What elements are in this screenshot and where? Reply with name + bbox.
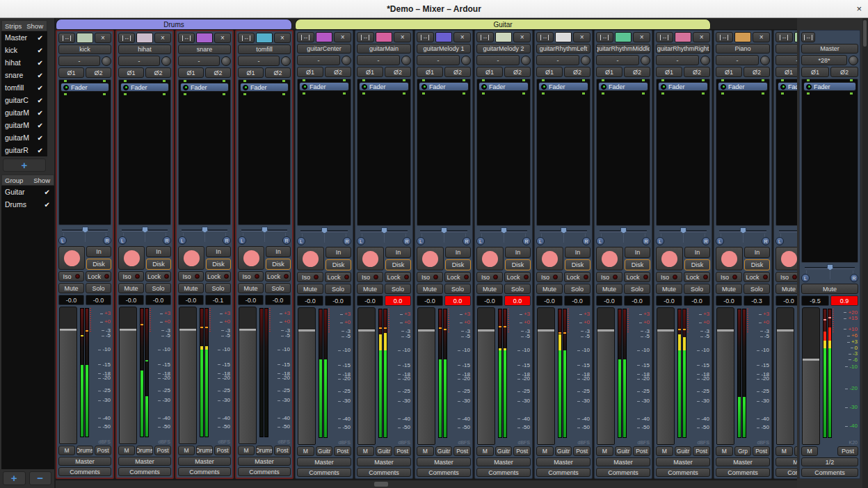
solo-lock-button[interactable]: Lock — [624, 272, 650, 282]
fader-processor[interactable]: Fader — [803, 82, 856, 91]
gain-fader[interactable] — [597, 307, 615, 445]
monitor-disk-button[interactable]: Disk — [445, 259, 471, 270]
solo-button[interactable]: Solo — [385, 284, 411, 294]
fader-handle[interactable] — [478, 330, 495, 332]
comments-button[interactable]: Comments — [716, 468, 770, 477]
phase-1-button[interactable]: Ø1 — [476, 67, 503, 77]
pan-track[interactable] — [775, 227, 797, 234]
fader-handle[interactable] — [298, 330, 315, 332]
gain-display[interactable]: -0.0 — [178, 295, 204, 305]
solo-lock-button[interactable]: Lock — [205, 271, 231, 282]
strip-close-button[interactable]: × — [95, 33, 111, 43]
strips-list-item[interactable]: guitarM✔ — [1, 119, 47, 131]
processor-box[interactable]: Fader — [801, 79, 858, 263]
pan-right-button[interactable]: R — [163, 236, 171, 245]
processor-active-led[interactable] — [362, 84, 367, 90]
pan-widget[interactable]: L R — [238, 227, 291, 245]
pan-right-button[interactable]: R — [103, 236, 111, 245]
output-button[interactable]: Master — [58, 457, 111, 466]
show-checkmark[interactable]: ✔ — [38, 147, 43, 154]
pan-right-button[interactable]: R — [582, 237, 590, 245]
fader-handle[interactable] — [777, 330, 794, 332]
pan-widget[interactable]: L R — [716, 227, 770, 245]
strip-name-button[interactable]: guitarRhythmMiddle — [596, 44, 650, 54]
mute-button[interactable]: Mute — [801, 284, 858, 294]
pan-left-button[interactable]: L — [656, 237, 664, 245]
processor-active-led[interactable] — [421, 84, 427, 90]
strip-color-swatch[interactable] — [376, 32, 393, 42]
mute-button[interactable]: Mute — [178, 283, 204, 293]
gain-display[interactable]: -9.5 — [801, 295, 829, 306]
meter-point-button[interactable]: Post — [693, 446, 710, 456]
monitor-input-button[interactable]: In — [385, 247, 411, 258]
peak-display[interactable]: 0.0 — [504, 295, 531, 306]
strip-name-button[interactable]: guitarRhythmRight — [656, 44, 710, 54]
trim-knob[interactable] — [221, 56, 231, 66]
pan-left-button[interactable]: L — [801, 274, 810, 282]
gain-fader[interactable] — [417, 307, 435, 445]
phase-2-button[interactable]: Ø2 — [504, 67, 531, 77]
trim-knob[interactable] — [521, 56, 531, 65]
phase-2-button[interactable]: Ø2 — [385, 67, 411, 77]
group-button[interactable]: Guitr — [376, 446, 393, 456]
monitor-input-button[interactable]: In — [326, 247, 351, 258]
gain-fader[interactable] — [802, 307, 820, 445]
trim-knob[interactable] — [700, 56, 710, 65]
monitor-input-button[interactable]: In — [445, 247, 471, 258]
monitor-input-button[interactable]: In — [684, 247, 710, 258]
solo-lock-button[interactable]: Lock — [684, 272, 710, 282]
output-button[interactable]: Master — [357, 457, 411, 466]
peak-display[interactable]: -0.0 — [624, 295, 650, 306]
comments-button[interactable]: Comments — [656, 468, 710, 477]
trim-knob[interactable] — [849, 56, 858, 65]
input-button[interactable]: - — [596, 55, 639, 65]
solo-button[interactable]: Solo — [624, 284, 650, 294]
phase-2-button[interactable]: Ø2 — [684, 67, 710, 77]
monitor-disk-button[interactable]: Disk — [146, 259, 171, 270]
fader-processor[interactable]: Fader — [598, 82, 648, 91]
show-checkmark[interactable]: ✔ — [38, 134, 43, 142]
mute-button[interactable]: Mute — [238, 283, 264, 293]
comments-button[interactable]: Comments — [297, 468, 351, 477]
processor-box[interactable]: Fader — [238, 79, 291, 225]
trim-knob[interactable] — [401, 56, 411, 65]
pan-track[interactable] — [58, 227, 111, 233]
vertical-scrollbar[interactable] — [862, 18, 868, 488]
strip-name-button[interactable]: Piano — [716, 44, 770, 54]
monitor-button[interactable]: M — [58, 446, 75, 455]
strip-color-swatch[interactable] — [615, 32, 632, 42]
trim-knob[interactable] — [341, 56, 351, 65]
phase-1-button[interactable]: Ø1 — [801, 67, 829, 77]
meter-point-button[interactable]: Post — [214, 446, 231, 455]
group-button[interactable]: Guitr — [675, 446, 692, 456]
group-button[interactable]: Guitr — [555, 446, 572, 456]
strips-list-item[interactable]: Master✔ — [1, 31, 47, 44]
solo-lock-button[interactable]: Lock — [564, 272, 590, 282]
pan-right-button[interactable]: R — [463, 237, 471, 245]
phase-1-button[interactable]: Ø1 — [417, 67, 443, 77]
peak-display[interactable]: -0.0 — [145, 295, 171, 305]
solo-lock-button[interactable]: Lock — [504, 272, 531, 282]
pan-left-button[interactable]: L — [118, 236, 127, 245]
strips-list-item[interactable]: snare✔ — [1, 69, 47, 81]
solo-button[interactable]: Solo — [744, 284, 770, 294]
comments-button[interactable]: Comments — [178, 467, 231, 476]
pan-track[interactable] — [656, 227, 710, 234]
meter-point-button[interactable]: Post — [154, 446, 171, 455]
peak-display[interactable]: 0.0 — [385, 295, 411, 306]
phase-1-button[interactable]: Ø1 — [536, 67, 563, 77]
trim-knob[interactable] — [161, 56, 171, 66]
record-arm-button[interactable] — [716, 247, 743, 270]
pan-left-button[interactable]: L — [596, 237, 604, 245]
strip-name-button[interactable]: snare — [178, 44, 231, 54]
group-button[interactable]: Guitr — [316, 446, 333, 456]
gain-fader[interactable] — [657, 307, 675, 445]
strip-width-button[interactable]: ↔ — [297, 32, 314, 42]
pan-right-button[interactable]: R — [642, 237, 650, 245]
comments-button[interactable]: Comments — [596, 468, 650, 477]
window-close-icon[interactable]: × — [856, 3, 862, 14]
strip-close-button[interactable]: × — [274, 33, 291, 43]
pan-track[interactable] — [596, 227, 650, 234]
processor-active-led[interactable] — [661, 84, 666, 90]
mute-button[interactable]: Mute — [58, 283, 84, 293]
